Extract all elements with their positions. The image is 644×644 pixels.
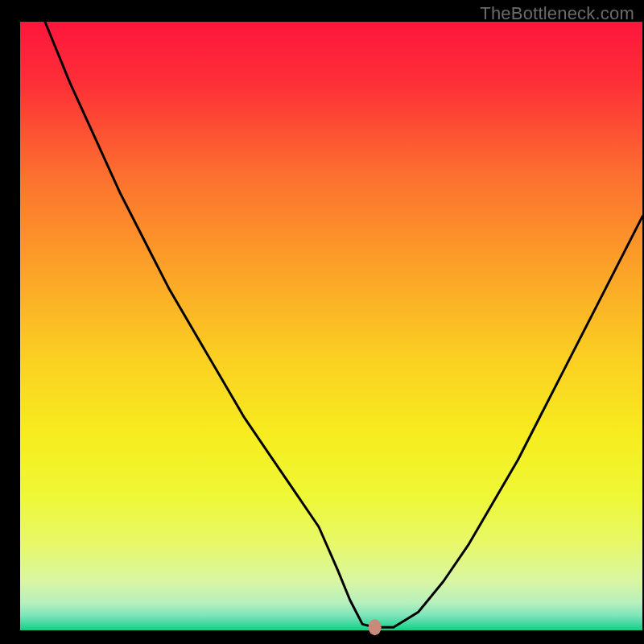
plot-background	[20, 22, 642, 630]
bottleneck-chart	[0, 0, 644, 644]
optimal-point-marker	[369, 619, 382, 635]
chart-frame: TheBottleneck.com	[0, 0, 644, 644]
watermark-text: TheBottleneck.com	[480, 3, 634, 24]
